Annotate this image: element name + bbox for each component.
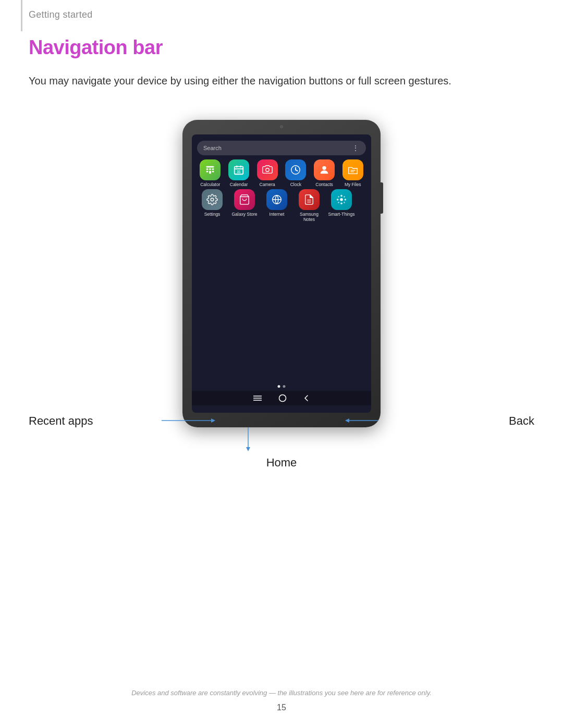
app-smartthings: Smart-Things: [326, 189, 357, 222]
app-label-smartthings: Smart-Things: [328, 212, 354, 217]
app-label-camera: Camera: [260, 182, 275, 187]
app-icon-calendar: 31: [228, 159, 249, 180]
svg-point-33: [338, 196, 339, 198]
search-menu-icon: ⋮: [352, 144, 360, 152]
breadcrumb: Getting started: [29, 9, 93, 20]
dot-1: [278, 385, 280, 388]
svg-rect-2: [209, 168, 211, 170]
tablet-illustration: Search ⋮: [182, 120, 381, 427]
app-label-galaxystore: Galaxy Store: [231, 212, 257, 217]
app-clock: Clock: [282, 159, 310, 187]
svg-point-16: [322, 166, 326, 170]
app-icon-settings: [202, 189, 223, 210]
app-icon-calculator: [200, 159, 221, 180]
svg-point-29: [337, 199, 339, 201]
svg-point-26: [340, 195, 342, 197]
svg-point-12: [265, 168, 268, 171]
dot-2: [283, 385, 286, 388]
app-label-settings: Settings: [204, 212, 221, 217]
label-recent-apps: Recent apps: [29, 414, 93, 428]
app-galaxystore: Galaxy Store: [229, 189, 260, 222]
svg-line-15: [296, 170, 298, 171]
app-label-internet: Internet: [270, 212, 285, 217]
page-title: Navigation bar: [29, 36, 163, 59]
app-icon-clock: [285, 159, 306, 180]
page-number: 15: [277, 703, 286, 712]
svg-rect-4: [206, 171, 209, 172]
app-label-clock: Clock: [290, 182, 301, 187]
svg-marker-43: [246, 447, 250, 451]
app-camera: Camera: [253, 159, 282, 187]
app-grid: Calculator 31 Calendar: [192, 159, 371, 223]
nav-back-button: [302, 394, 311, 402]
app-contacts: Contacts: [310, 159, 339, 187]
screen-search-bar: Search ⋮: [197, 141, 366, 155]
app-samsungnotes: Samsung Notes: [294, 189, 324, 222]
app-icon-camera: [257, 159, 278, 180]
page-indicator-dots: [278, 385, 286, 388]
tablet-side-button: [381, 182, 383, 214]
app-icon-samsungnotes: [299, 189, 320, 210]
svg-point-27: [345, 199, 347, 201]
app-icon-internet: [266, 189, 287, 210]
nav-home-button: [278, 394, 287, 402]
app-calendar: 31 Calendar: [225, 159, 253, 187]
label-back: Back: [509, 414, 534, 428]
svg-point-28: [340, 203, 342, 205]
page-border-accent: [21, 0, 22, 31]
search-placeholder: Search: [203, 145, 222, 151]
svg-point-30: [344, 196, 345, 198]
app-label-myfiles: My Files: [345, 182, 361, 187]
svg-point-37: [279, 395, 286, 402]
svg-rect-0: [206, 166, 214, 168]
footer-disclaimer: Devices and software are constantly evol…: [0, 689, 563, 697]
svg-text:31: 31: [237, 170, 241, 174]
app-row-2: Settings Galaxy Store: [196, 189, 367, 222]
app-icon-myfiles: [342, 159, 363, 180]
app-icon-galaxystore: [234, 189, 255, 210]
svg-rect-5: [209, 171, 211, 174]
app-label-calculator: Calculator: [200, 182, 220, 187]
svg-point-25: [340, 198, 343, 201]
app-label-samsungnotes: Samsung Notes: [294, 212, 324, 222]
nav-recent-apps-button: [252, 394, 263, 402]
tablet-screen: Search ⋮: [192, 134, 371, 413]
svg-rect-1: [206, 168, 209, 170]
app-icon-smartthings: [331, 189, 352, 210]
app-icon-contacts: [314, 159, 335, 180]
page-description: You may navigate your device by using ei…: [29, 73, 534, 89]
svg-rect-6: [212, 171, 214, 172]
nav-bar: [192, 391, 371, 405]
app-label-contacts: Contacts: [315, 182, 333, 187]
app-calculator: Calculator: [196, 159, 225, 187]
svg-rect-3: [212, 168, 214, 170]
svg-point-31: [344, 202, 345, 203]
label-home: Home: [266, 456, 297, 470]
app-label-calendar: Calendar: [230, 182, 248, 187]
tablet-camera: [280, 125, 283, 128]
app-myfiles: My Files: [338, 159, 367, 187]
svg-point-19: [211, 198, 214, 201]
app-row-1: Calculator 31 Calendar: [196, 159, 367, 187]
svg-point-32: [338, 202, 339, 203]
app-settings: Settings: [197, 189, 227, 222]
app-internet: Internet: [262, 189, 292, 222]
tablet-body: Search ⋮: [182, 120, 381, 427]
